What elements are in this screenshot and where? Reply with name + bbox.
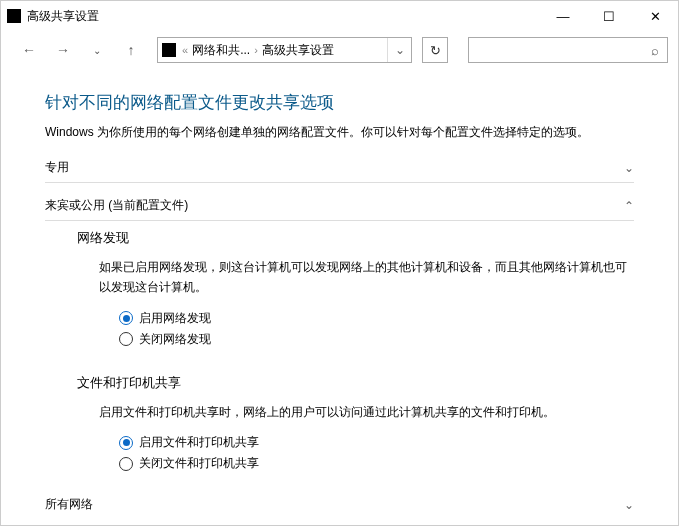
refresh-button[interactable]: ↻ [422, 37, 448, 63]
file-printer-title: 文件和打印机共享 [77, 374, 634, 392]
search-input[interactable]: ⌕ [468, 37, 668, 63]
back-button[interactable]: ← [15, 37, 43, 63]
breadcrumb-sep: › [254, 44, 258, 56]
window-controls: — ☐ ✕ [540, 1, 678, 31]
file-printer-desc: 启用文件和打印机共享时，网络上的用户可以访问通过此计算机共享的文件和打印机。 [99, 402, 634, 422]
close-button[interactable]: ✕ [632, 1, 678, 31]
radio-label: 启用网络发现 [139, 310, 211, 327]
radio-label: 关闭文件和打印机共享 [139, 455, 259, 472]
radio-enable-network-discovery[interactable]: 启用网络发现 [119, 310, 634, 327]
network-discovery-options: 启用网络发现 关闭网络发现 [119, 310, 634, 348]
profile-private-label: 专用 [45, 159, 69, 176]
network-discovery-desc: 如果已启用网络发现，则这台计算机可以发现网络上的其他计算机和设备，而且其他网络计… [99, 257, 634, 298]
minimize-button[interactable]: — [540, 1, 586, 31]
chevron-down-icon: ⌄ [624, 161, 634, 175]
radio-disable-file-printer[interactable]: 关闭文件和打印机共享 [119, 455, 634, 472]
address-bar[interactable]: « 网络和共... › 高级共享设置 ⌄ [157, 37, 412, 63]
chevron-up-icon: ⌃ [624, 199, 634, 213]
breadcrumb-item[interactable]: 网络和共... [192, 42, 250, 59]
guest-profile-section: 网络发现 如果已启用网络发现，则这台计算机可以发现网络上的其他计算机和设备，而且… [77, 229, 634, 472]
radio-icon [119, 436, 133, 450]
radio-label: 启用文件和打印机共享 [139, 434, 259, 451]
recent-dropdown-icon[interactable]: ⌄ [83, 37, 111, 63]
radio-enable-file-printer[interactable]: 启用文件和打印机共享 [119, 434, 634, 451]
radio-label: 关闭网络发现 [139, 331, 211, 348]
profile-all-networks[interactable]: 所有网络 ⌄ [45, 490, 634, 519]
breadcrumb-item[interactable]: 高级共享设置 [262, 42, 334, 59]
chevron-down-icon: ⌄ [624, 498, 634, 512]
search-icon: ⌕ [651, 43, 659, 58]
profile-guest[interactable]: 来宾或公用 (当前配置文件) ⌃ [45, 191, 634, 221]
content-area: 针对不同的网络配置文件更改共享选项 Windows 为你所使用的每个网络创建单独… [1, 73, 678, 519]
location-icon [162, 43, 176, 57]
breadcrumb-sep: « [182, 44, 188, 56]
window-title: 高级共享设置 [27, 8, 540, 25]
page-description: Windows 为你所使用的每个网络创建单独的网络配置文件。你可以针对每个配置文… [45, 124, 634, 141]
radio-icon [119, 311, 133, 325]
radio-icon [119, 457, 133, 471]
maximize-button[interactable]: ☐ [586, 1, 632, 31]
page-title: 针对不同的网络配置文件更改共享选项 [45, 91, 634, 114]
profile-guest-label: 来宾或公用 (当前配置文件) [45, 197, 188, 214]
network-discovery-title: 网络发现 [77, 229, 634, 247]
forward-button[interactable]: → [49, 37, 77, 63]
profile-private[interactable]: 专用 ⌄ [45, 153, 634, 183]
address-dropdown-icon[interactable]: ⌄ [387, 38, 411, 62]
radio-icon [119, 332, 133, 346]
profile-all-label: 所有网络 [45, 496, 93, 513]
radio-disable-network-discovery[interactable]: 关闭网络发现 [119, 331, 634, 348]
app-icon [7, 9, 21, 23]
up-button[interactable]: ↑ [117, 37, 145, 63]
title-bar: 高级共享设置 — ☐ ✕ [1, 1, 678, 31]
file-printer-options: 启用文件和打印机共享 关闭文件和打印机共享 [119, 434, 634, 472]
nav-bar: ← → ⌄ ↑ « 网络和共... › 高级共享设置 ⌄ ↻ ⌕ [1, 31, 678, 73]
